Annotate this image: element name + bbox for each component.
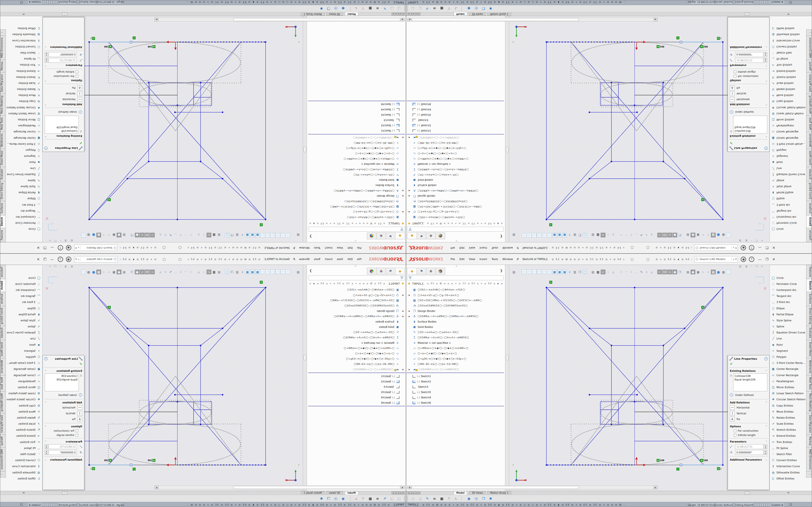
command-tab[interactable]: Direct Editing — [0, 181, 6, 201]
command-tab[interactable]: Sketch — [806, 279, 812, 292]
selection-dashed-boxes[interactable] — [571, 400, 704, 465]
split-handle-button[interactable]: : — [62, 492, 67, 495]
dimension-label[interactable]: ≡109 — [657, 45, 664, 48]
restore-button[interactable]: ❐ — [765, 258, 768, 261]
motion-toolbar-icon[interactable]: ∇ — [360, 496, 366, 501]
motion-toolbar-icon[interactable]: ∟ — [453, 496, 459, 501]
checkbox[interactable] — [734, 434, 737, 437]
section-options[interactable]: Options⌃ — [43, 78, 84, 83]
motion-toolbar-icon[interactable]: ✱ — [488, 496, 494, 501]
tree-row[interactable]: ▶ ◗ Surface Bodies — [307, 319, 406, 324]
tool-button[interactable]: ⊞ Linear Sketch Pattern — [770, 111, 806, 117]
tool-button[interactable]: ╱ Line — [6, 165, 42, 171]
tool-button[interactable]: ✂ Trim Entities — [770, 439, 806, 445]
motion-toolbar-icon[interactable]: ✎ — [424, 496, 430, 501]
tool-button[interactable]: ↻ Rotate Entities — [770, 414, 806, 420]
tree-filter[interactable] — [309, 276, 405, 280]
motion-toolbar-icon[interactable]: ❏ — [389, 496, 395, 501]
option-checkbox-row[interactable]: Infinite length — [43, 433, 84, 437]
tool-button[interactable]: ▪ Point — [6, 159, 42, 165]
tool-button[interactable]: ⧉ Copy Entities — [6, 99, 42, 105]
tool-button[interactable]: ∿ Spline — [6, 177, 42, 183]
pm-help-icon[interactable]: ? — [764, 147, 768, 150]
tree-root-row[interactable]: ❖ TЯPDL2. ◎ ƸƐ ◎ Ɯ ◎ ◎ ◎ + ◎ ƆC ◎ ƸƐ ◎ ∔… — [407, 282, 504, 285]
tool-button[interactable]: ◍ Silhouette Entities — [6, 469, 42, 475]
tree-row[interactable]: ▶ ◗ Surface Bodies — [307, 183, 406, 188]
horizontal-scrollbar[interactable]: ◀ ▶ — [407, 18, 658, 21]
tool-button[interactable]: ⌒ Tangent Arc — [770, 293, 806, 299]
tool-button[interactable]: ▣ Center Rectangle — [770, 366, 806, 372]
search-box[interactable]: ⎔ Search CAD Models ⌕ ▼ — [74, 245, 118, 251]
tool-button[interactable]: ⊞ Linear Sketch Pattern — [6, 390, 42, 396]
tool-button[interactable]: ▱ Parallelogram — [6, 378, 42, 384]
section-parameters[interactable]: Parameters⌃ — [43, 63, 84, 68]
command-tab[interactable]: MBD Dimensions — [806, 36, 812, 60]
tool-button[interactable]: ◯ Circle — [770, 275, 806, 281]
tool-button[interactable]: ◠ Centerpoint Arc — [770, 287, 806, 293]
tree-row[interactable]: ▶ ≑ Material < not specified > — [406, 162, 505, 167]
motion-tab[interactable]: 3D Views — [326, 12, 343, 16]
tab-scroll-icon[interactable]: ▶ — [397, 12, 400, 16]
motion-toolbar-icon[interactable]: ✎ — [424, 6, 430, 12]
sketch-row[interactable]: Sketch3 — [406, 118, 505, 123]
scrollbar-thumb[interactable] — [412, 18, 578, 21]
tool-button[interactable]: ⇗ Scale Entities — [6, 80, 42, 86]
collapse-icon[interactable]: ⌃ — [45, 401, 47, 404]
relation-item[interactable]: Equal length109 — [46, 378, 78, 382]
tab-configuration-manager[interactable]: ⊕ — [376, 232, 386, 239]
motion-toolbar-icon[interactable] — [461, 496, 464, 501]
tool-button[interactable]: ✛ Move Entities — [6, 408, 42, 414]
menu-item[interactable]: Window — [500, 257, 515, 262]
graphics-viewport[interactable]: ◧◨─❐✕ ▤·▢▢▢▢▢▢■■■⇩▥❒▢▤▨↩▫⊥✂◠✕◡✎≋⊥⌐3D∿●❒▤… — [43, 16, 303, 242]
tree-row[interactable]: ▶ ▱ ◯∙◎+◯∗◉I◯∘◯I◉∗◯+◎∙◯ — [406, 351, 505, 356]
tool-button[interactable]: ◡ 3 Point Arc — [770, 202, 806, 208]
motion-toolbar-icon[interactable]: ❒ — [480, 6, 487, 12]
search-icon[interactable]: ⌕ — [731, 246, 734, 250]
tree-row[interactable]: ▶ ⌖ ◯ͶN∘ƋG∘ʀ◎◯∘◯◎ʀ∘GƋ∘NͶ◯ — [307, 361, 406, 367]
sketch-row[interactable]: Sketch3 — [307, 384, 406, 389]
tool-button[interactable]: ↻ Rotate Entities — [6, 414, 42, 420]
tree-row[interactable]: ▶ ▦ ◯Ƽ5+ƐƼƧ◯ͶN◎∘+ƆCƐ3ƧƼ◯∘◯ƼƧƐ3CƆ+∘◎NͶ◯ — [307, 204, 406, 209]
length-input[interactable]: 10.88152731 — [735, 58, 763, 63]
rollback-bar-end[interactable] — [308, 101, 405, 101]
sketch-row[interactable]: (-) Sketch4 — [406, 107, 505, 112]
motion-toolbar-icon[interactable]: ❏ — [417, 496, 423, 501]
motion-tab[interactable]: 3D Views — [326, 491, 343, 495]
menu-item[interactable]: View — [467, 257, 477, 262]
motion-toolbar-icon[interactable]: ✎ — [382, 6, 388, 12]
collapse-icon[interactable]: ⌃ — [765, 440, 767, 443]
tool-button[interactable]: ƒ Equation Driven Curve — [770, 330, 806, 336]
dimension-label[interactable]: ≡109 — [148, 45, 155, 48]
motion-toolbar-icon[interactable]: ◉ — [466, 6, 472, 12]
tool-button[interactable]: ◜ Sketch Fillet — [6, 50, 42, 56]
menu-item[interactable]: Window — [297, 257, 312, 262]
search-box[interactable]: ⎔ Search CAD Models ⌕ ▼ — [694, 256, 738, 263]
sketch-row[interactable]: (-) Sketch4 — [307, 107, 406, 112]
help-icon[interactable]: ? — [58, 245, 63, 250]
motion-tab[interactable]: Model — [345, 491, 358, 495]
collapse-icon[interactable]: ⌃ — [45, 135, 47, 137]
tree-row[interactable]: ▶ ▦ ◯Ƽ5+ƐƼƧ◯ͶN◎∘+ƆCƐ3ƧƼ◯∘◯ƼƧƐ3CƆ+∘◎NͶ◯ — [406, 204, 505, 209]
relation-badge-3[interactable]: ⊡3 — [91, 37, 95, 40]
tree-row[interactable]: ▶ ▰ ◯ƧƼƐͶNА∪∔◯∘◯∔∪АNͶƐƼƧ◯ — [307, 367, 406, 372]
tool-button[interactable]: ∿ Style Spline — [6, 317, 42, 323]
chevron-down-icon[interactable]: ▼ — [735, 258, 737, 260]
panel-tabs-expand-icon[interactable]: ❯ — [309, 269, 312, 272]
search-icon[interactable]: ⌕ — [78, 258, 81, 261]
tool-button[interactable]: ◡ Fit Spline — [6, 56, 42, 62]
relation-item[interactable]: Collinear108 — [734, 374, 766, 378]
tool-button[interactable]: ◡ 3 Point Arc — [6, 299, 42, 305]
tool-button[interactable]: ◇ 3 Point Center Recta... — [770, 360, 806, 366]
motion-toolbar-icon[interactable]: ◉ — [340, 6, 346, 12]
tree-row[interactable]: ▶ A ◯Ƽ5ͶN◎∘+А+◎ͶNА◯∘◯АͶN◎+А+∘◎NͶ5Ƽ◯ — [406, 314, 505, 319]
tool-button[interactable]: ⎔ Polygon — [770, 147, 806, 153]
selected-endpoint-handle[interactable] — [680, 464, 682, 466]
command-tab[interactable]: Data Migration — [806, 413, 812, 435]
tool-button[interactable]: ◍ Silhouette Entities — [6, 32, 42, 38]
tree-row[interactable]: ▶ ◷ ◯人ʀ◎+Ƽ5∘ƍ◯∘◯ƍ∘5Ƽ+◎ʀ人◯ — [307, 209, 406, 215]
motion-toolbar-icon[interactable]: ❏ — [417, 6, 423, 12]
tool-button[interactable]: ⧉ Copy Entities — [6, 402, 42, 408]
dimension-label[interactable]: ≡109 — [104, 459, 112, 462]
motion-toolbar-icon[interactable]: ≡ — [374, 496, 380, 501]
tool-button[interactable]: ƒ Equation Driven Curve — [6, 330, 42, 336]
